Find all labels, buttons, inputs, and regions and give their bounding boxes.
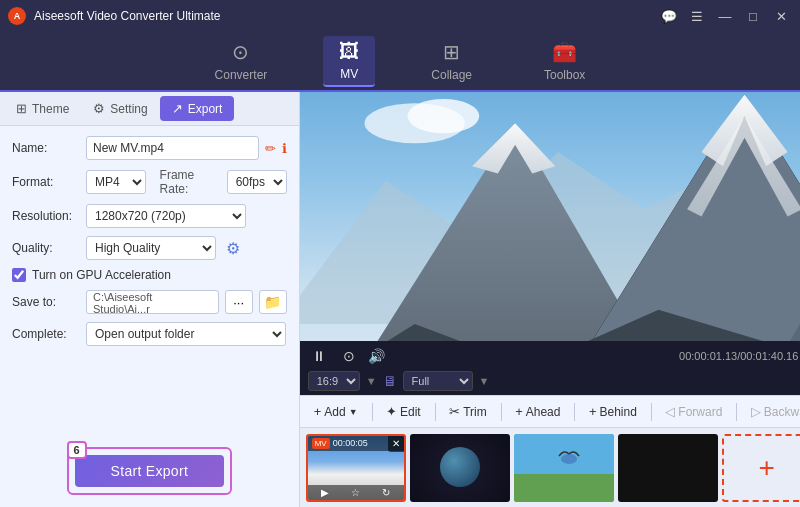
start-export-button[interactable]: Start Export — [75, 455, 225, 487]
scissors-icon: ✂ — [449, 404, 460, 419]
export-label: Export — [188, 102, 223, 116]
thumbnail-1[interactable]: MV 00:00:05 ✕ ▶ ☆ ↻ — [306, 434, 406, 502]
edit-button[interactable]: ✦ Edit — [378, 401, 429, 422]
toolbox-label: Toolbox — [544, 68, 585, 82]
forward-icon: ◁ — [665, 404, 675, 419]
mountain-scene-svg — [300, 92, 800, 341]
window-controls: 💬 ☰ — □ ✕ — [658, 5, 792, 27]
thumb1-controls: ▶ ☆ ↻ — [308, 485, 404, 500]
thumbnail-3[interactable] — [514, 434, 614, 502]
folder-button[interactable]: 📁 — [259, 290, 287, 314]
close-button[interactable]: ✕ — [770, 5, 792, 27]
save-label: Save to: — [12, 295, 80, 309]
plus-icon: + — [758, 452, 774, 484]
forward-button[interactable]: ◁ Forward — [657, 401, 730, 422]
gpu-label: Turn on GPU Acceleration — [32, 268, 171, 282]
ratio-select[interactable]: 16:9 4:3 1:1 — [308, 371, 360, 391]
stop-button[interactable]: ⊙ — [338, 345, 360, 367]
add-button[interactable]: + Add ▼ — [306, 401, 366, 422]
edit-label: Edit — [400, 405, 421, 419]
export-arrow-icon: ↗ — [172, 101, 183, 116]
add-media-button[interactable]: + — [722, 434, 800, 502]
toolbox-icon: 🧰 — [552, 40, 577, 64]
nav-tab-toolbox[interactable]: 🧰 Toolbox — [528, 36, 601, 86]
add-label: Add — [324, 405, 345, 419]
left-panel: ⊞ Theme ⚙ Setting ↗ Export Name: ✏ ℹ — [0, 92, 300, 507]
controls-row1: ⏸ ⊙ 🔊 00:00:01.13/00:01:40.16 🔊 Start Ex… — [308, 345, 800, 367]
format-label: Format: — [12, 175, 80, 189]
converter-icon: ⊙ — [232, 40, 249, 64]
thumb3-bird-svg — [514, 434, 614, 502]
svg-point-12 — [407, 99, 479, 133]
time-current: 00:00:01.13 — [679, 350, 737, 362]
screen-select[interactable]: Full Window — [403, 371, 473, 391]
thumb1-time: 00:00:05 — [333, 438, 368, 448]
thumbnail-4[interactable] — [618, 434, 718, 502]
thumb1-close[interactable]: ✕ — [388, 436, 404, 452]
complete-row: Complete: Open output folder Do nothing — [12, 322, 287, 346]
main-content: ⊞ Theme ⚙ Setting ↗ Export Name: ✏ ℹ — [0, 92, 800, 507]
dots-button[interactable]: ··· — [225, 290, 253, 314]
svg-rect-13 — [514, 434, 614, 474]
sub-tabs: ⊞ Theme ⚙ Setting ↗ Export — [0, 92, 299, 126]
video-controls: ⏸ ⊙ 🔊 00:00:01.13/00:01:40.16 🔊 Start Ex… — [300, 341, 800, 395]
behind-button[interactable]: + Behind — [581, 401, 645, 422]
chat-button[interactable]: 💬 — [658, 5, 680, 27]
volume-icon: 🔊 — [368, 348, 385, 364]
info-icon[interactable]: ℹ — [282, 141, 287, 156]
thumb1-play[interactable]: ▶ — [321, 487, 329, 498]
sub-tab-theme[interactable]: ⊞ Theme — [4, 96, 81, 121]
save-path: C:\Aiseesoft Studio\Ai...r Ultimate\MV E… — [86, 290, 219, 314]
save-row: Save to: C:\Aiseesoft Studio\Ai...r Ulti… — [12, 290, 287, 314]
sub-tab-export[interactable]: ↗ Export — [160, 96, 235, 121]
format-framerate-row: Format: MP4 MOV AVI Frame Rate: 60fps 30… — [12, 168, 287, 196]
backward-icon: ▷ — [751, 404, 761, 419]
trim-button[interactable]: ✂ Trim — [441, 401, 495, 422]
play-pause-button[interactable]: ⏸ — [308, 345, 330, 367]
nav-tab-collage[interactable]: ⊞ Collage — [415, 36, 488, 86]
ahead-icon: + — [515, 404, 523, 419]
menu-button[interactable]: ☰ — [686, 5, 708, 27]
setting-gear-icon: ⚙ — [93, 101, 105, 116]
backward-button[interactable]: ▷ Backward — [743, 401, 800, 422]
minimize-button[interactable]: — — [714, 5, 736, 27]
thumbnail-strip: MV 00:00:05 ✕ ▶ ☆ ↻ — [300, 427, 800, 507]
export-area: 6 Start Export — [0, 439, 299, 507]
gpu-checkbox[interactable] — [12, 268, 26, 282]
edit-star-icon: ✦ — [386, 404, 397, 419]
complete-select[interactable]: Open output folder Do nothing — [86, 322, 286, 346]
setting-label: Setting — [110, 102, 147, 116]
thumb1-star[interactable]: ☆ — [351, 487, 360, 498]
thumb1-tag: MV — [312, 438, 330, 449]
nav-tab-converter[interactable]: ⊙ Converter — [199, 36, 284, 86]
behind-label: Behind — [599, 405, 636, 419]
nav-tab-mv[interactable]: 🖼 MV — [323, 36, 375, 87]
edit-icon[interactable]: ✏ — [265, 141, 276, 156]
bottom-toolbar: + Add ▼ ✦ Edit ✂ Trim + Ahead + Behi — [300, 395, 800, 427]
resolution-select[interactable]: 1280x720 (720p) 1920x1080 (1080p) — [86, 204, 246, 228]
app-logo: A — [8, 7, 26, 25]
quality-label: Quality: — [12, 241, 80, 255]
format-select[interactable]: MP4 MOV AVI — [86, 170, 146, 194]
ahead-button[interactable]: + Ahead — [507, 401, 568, 422]
time-display: 00:00:01.13/00:01:40.16 — [393, 350, 799, 362]
resolution-row: Resolution: 1280x720 (720p) 1920x1080 (1… — [12, 204, 287, 228]
gpu-row: Turn on GPU Acceleration — [12, 268, 287, 282]
add-icon: + — [314, 404, 322, 419]
resolution-label: Resolution: — [12, 209, 80, 223]
mv-icon: 🖼 — [339, 40, 359, 63]
name-input[interactable] — [86, 136, 259, 160]
export-badge: 6 — [67, 441, 87, 459]
behind-icon: + — [589, 404, 597, 419]
thumb1-rotate[interactable]: ↻ — [382, 487, 390, 498]
quality-gear-icon[interactable]: ⚙ — [226, 239, 240, 258]
collage-icon: ⊞ — [443, 40, 460, 64]
sub-tab-setting[interactable]: ⚙ Setting — [81, 96, 159, 121]
svg-rect-14 — [514, 474, 614, 502]
export-wrapper: 6 Start Export — [67, 447, 233, 495]
framerate-select[interactable]: 60fps 30fps 24fps — [227, 170, 287, 194]
maximize-button[interactable]: □ — [742, 5, 764, 27]
thumbnail-2[interactable] — [410, 434, 510, 502]
quality-select[interactable]: High Quality Medium Quality Low Quality — [86, 236, 216, 260]
converter-label: Converter — [215, 68, 268, 82]
